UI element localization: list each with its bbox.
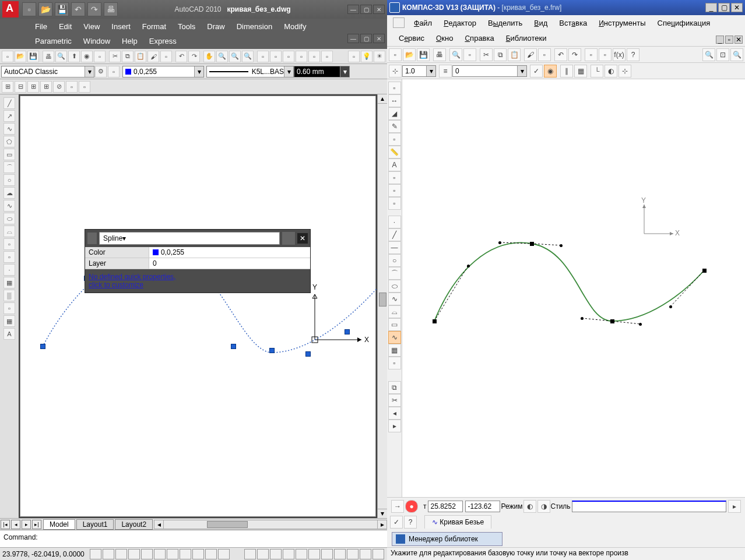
kt-prev-icon[interactable]: ◂ [388, 407, 401, 420]
pan-icon[interactable]: ✋ [203, 51, 215, 62]
k-zoomwin-icon[interactable]: 🔍 [730, 48, 743, 61]
3dprint-icon[interactable]: ◉ [81, 51, 93, 62]
pan-toggle[interactable] [257, 549, 269, 559]
k-preview-icon[interactable]: 🔍 [449, 48, 462, 61]
k-redo-icon[interactable]: ↷ [568, 48, 581, 61]
circle-icon[interactable]: ○ [3, 174, 15, 186]
kt-collect-icon[interactable]: ⧉ [388, 381, 401, 394]
ellipse-icon[interactable]: ⬭ [3, 213, 15, 224]
k-menu-help[interactable]: Справка [459, 33, 500, 44]
k-child-rest[interactable]: ▫ [725, 36, 733, 44]
minimize-button[interactable]: — [347, 5, 359, 14]
ortho-toggle[interactable] [115, 549, 127, 559]
k-mode1-icon[interactable]: ◐ [523, 500, 536, 513]
k-menu-view[interactable]: Вид [528, 17, 553, 29]
k-ortho-icon[interactable]: └ [591, 65, 603, 78]
dc-icon[interactable]: ▫ [270, 51, 282, 62]
polygon-icon[interactable]: ⬠ [3, 136, 15, 147]
k-save-icon[interactable]: 💾 [417, 48, 430, 61]
spline-grip[interactable] [345, 329, 350, 334]
sun-icon[interactable]: ☀ [374, 51, 385, 62]
k-lcs-icon[interactable]: ⊹ [619, 65, 631, 78]
tab-layout1[interactable]: Layout1 [76, 519, 114, 530]
bezier-node[interactable] [433, 319, 437, 323]
vp4-icon[interactable]: ⊞ [40, 81, 52, 93]
undo-icon[interactable]: ↶ [175, 51, 187, 62]
tab-last[interactable]: ▸| [32, 520, 41, 529]
ellarc-icon[interactable]: ⌓ [3, 226, 15, 237]
arc-icon[interactable]: ⌒ [3, 161, 15, 173]
kp-geom-icon[interactable]: ▫ [388, 82, 401, 94]
k-zoom-icon[interactable]: 🔍 [702, 48, 715, 61]
kp-sel-icon[interactable]: A [388, 159, 401, 171]
k-props-icon[interactable]: ▫ [538, 48, 551, 61]
menu-insert[interactable]: Insert [106, 21, 136, 32]
props-icon[interactable]: ▫ [257, 51, 269, 62]
k-stop-icon[interactable]: ● [405, 500, 418, 513]
spline-grip[interactable] [305, 351, 311, 357]
polar-toggle[interactable] [128, 549, 140, 559]
kp-sym-icon[interactable]: ◢ [388, 107, 401, 120]
paste-icon[interactable]: 📋 [135, 51, 146, 62]
qat-save[interactable]: 💾 [55, 2, 69, 16]
k-menu-edit[interactable]: Редактор [438, 17, 482, 29]
k-format-icon[interactable]: 🖌 [524, 48, 537, 61]
kt-ellipse-icon[interactable]: ⬭ [388, 280, 401, 293]
qprops-type-combo[interactable]: Spline▾ [99, 232, 280, 245]
k-create-icon[interactable]: → [391, 500, 404, 513]
sheet-icon[interactable]: ▫ [94, 51, 106, 62]
tab-model[interactable]: Model [43, 519, 75, 530]
spline-icon[interactable]: ∿ [3, 200, 15, 212]
menu-express[interactable]: Express [143, 36, 182, 47]
close-button[interactable]: ✕ [373, 5, 385, 14]
qat-print[interactable]: 🖶 [104, 2, 118, 16]
dyn-toggle[interactable] [180, 549, 191, 559]
kt-hatch-icon[interactable]: ▦ [388, 344, 401, 357]
k-zoomfit-icon[interactable]: ⊡ [716, 48, 729, 61]
copy-icon[interactable]: ⧉ [122, 51, 133, 62]
vp5-icon[interactable]: ⊘ [53, 81, 65, 93]
kt-spline-icon[interactable]: ∿ [388, 293, 401, 305]
ann-auto[interactable] [334, 549, 346, 559]
k-style-arrow[interactable]: ▸ [728, 500, 741, 513]
k-osnap-icon[interactable]: ✓ [530, 65, 543, 78]
k-coord-input[interactable]: -123.62 [465, 501, 500, 512]
match-icon[interactable]: 🖌 [147, 51, 159, 62]
k-cut-icon[interactable]: ✂ [480, 48, 493, 61]
model-toggle[interactable] [218, 549, 230, 559]
doc-icon[interactable] [393, 17, 405, 28]
child-minimize[interactable]: — [347, 34, 359, 43]
k-scale-combo[interactable]: 1.0▾ [402, 65, 436, 77]
region-icon[interactable]: ▫ [3, 302, 15, 314]
zoom-prev-icon[interactable]: 🔍 [242, 51, 254, 62]
bezier-handle[interactable] [639, 323, 642, 326]
cut-icon[interactable]: ✂ [109, 51, 121, 62]
kp-param-icon[interactable]: ▫ [388, 133, 401, 146]
insert-icon[interactable]: ▫ [3, 238, 15, 250]
k-child-close[interactable]: ✕ [735, 36, 743, 44]
bezier-node[interactable] [610, 319, 614, 323]
kompas-viewport[interactable]: X Y [402, 79, 745, 497]
k-open-icon[interactable]: 📂 [403, 48, 416, 61]
markup-icon[interactable]: ▫ [308, 51, 320, 62]
k-close[interactable]: ✕ [731, 3, 743, 12]
menu-view[interactable]: View [78, 21, 106, 32]
kt-arc-icon[interactable]: ⌒ [388, 267, 401, 280]
menu-format[interactable]: Format [136, 21, 172, 32]
k-paste-icon[interactable]: 📋 [508, 48, 521, 61]
pline-icon[interactable]: ∿ [3, 123, 15, 135]
zoom-icon[interactable]: 🔍 [216, 51, 228, 62]
kp-dim-icon[interactable]: ↔ [388, 94, 401, 107]
print-icon[interactable]: 🖶 [43, 51, 54, 62]
kp-ins-icon[interactable]: ▫ [388, 197, 401, 210]
k-layer-combo[interactable]: 0▾ [452, 65, 527, 77]
ann-vis[interactable] [321, 549, 333, 559]
hatch-icon[interactable]: ▦ [3, 277, 15, 288]
vp6-icon[interactable]: ▫ [66, 81, 78, 93]
qprops-close-icon[interactable]: ✕ [297, 233, 308, 244]
menu-edit[interactable]: Edit [53, 21, 78, 32]
k-t-input[interactable]: 25.8252 [428, 501, 463, 512]
linetype-combo[interactable]: K5L...BASIC▾ [206, 66, 294, 78]
lwt-toggle[interactable] [192, 549, 204, 559]
k-maximize[interactable]: ▢ [718, 3, 730, 12]
